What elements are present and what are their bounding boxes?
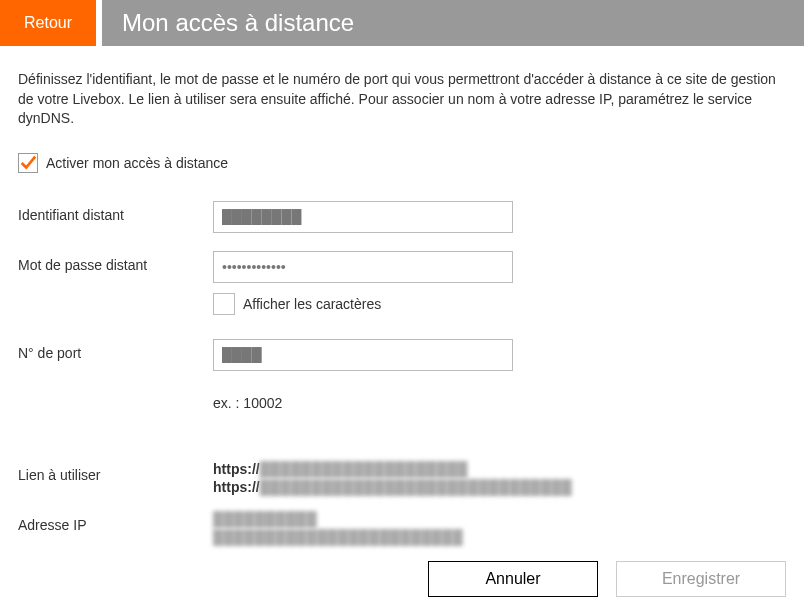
save-button[interactable]: Enregistrer — [616, 561, 786, 597]
port-label: N° de port — [18, 339, 213, 361]
content-area: Définissez l'identifiant, le mot de pass… — [0, 46, 804, 600]
password-label: Mot de passe distant — [18, 251, 213, 273]
ip-values: ██████████ ████████████████████████ — [213, 511, 463, 547]
link-label: Lien à utiliser — [18, 461, 213, 483]
port-row: N° de port ex. : 10002 — [18, 339, 786, 411]
activate-checkbox[interactable] — [18, 153, 38, 173]
back-button[interactable]: Retour — [0, 0, 96, 46]
identifier-label: Identifiant distant — [18, 201, 213, 223]
identifier-row: Identifiant distant — [18, 201, 786, 233]
show-chars-label: Afficher les caractères — [243, 296, 381, 312]
port-hint: ex. : 10002 — [213, 395, 786, 411]
port-input[interactable] — [213, 339, 513, 371]
show-chars-checkbox[interactable] — [213, 293, 235, 315]
link-value-2: ██████████████████████████████ — [260, 479, 573, 495]
ip-value-2: ████████████████████████ — [213, 529, 463, 545]
password-row: Mot de passe distant Afficher les caract… — [18, 251, 786, 321]
link-prefix-1: https:// — [213, 461, 260, 477]
link-value-1: ████████████████████ — [260, 461, 468, 477]
page-description: Définissez l'identifiant, le mot de pass… — [18, 70, 778, 129]
link-values: https://████████████████████ https://███… — [213, 461, 572, 497]
ip-row: Adresse IP ██████████ ██████████████████… — [18, 511, 786, 547]
ip-label: Adresse IP — [18, 511, 213, 533]
ip-value-1: ██████████ — [213, 511, 317, 527]
identifier-input[interactable] — [213, 201, 513, 233]
show-chars-row: Afficher les caractères — [213, 293, 786, 315]
check-icon — [19, 154, 37, 172]
cancel-button[interactable]: Annuler — [428, 561, 598, 597]
activate-row: Activer mon accès à distance — [18, 153, 786, 173]
link-prefix-2: https:// — [213, 479, 260, 495]
page-title: Mon accès à distance — [102, 0, 804, 46]
button-row: Annuler Enregistrer — [18, 561, 786, 597]
page-header: Retour Mon accès à distance — [0, 0, 804, 46]
password-input[interactable] — [213, 251, 513, 283]
activate-label: Activer mon accès à distance — [46, 155, 228, 171]
link-row: Lien à utiliser https://████████████████… — [18, 461, 786, 497]
